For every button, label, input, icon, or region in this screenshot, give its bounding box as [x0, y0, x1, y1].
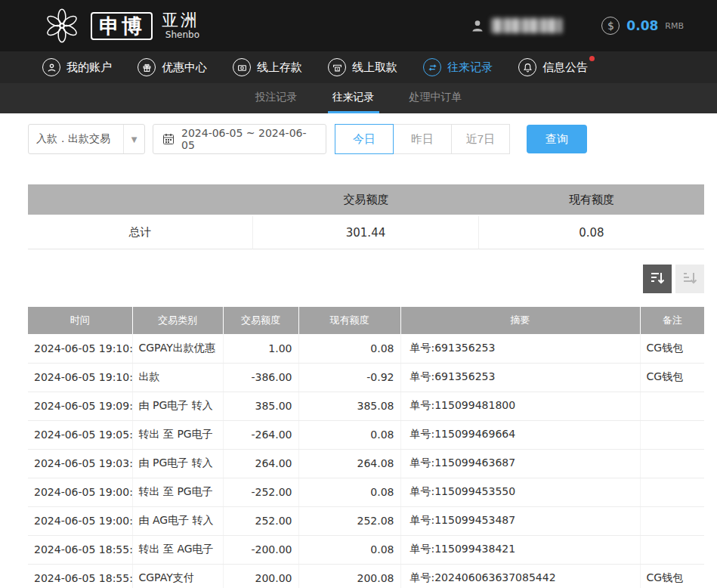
withdraw-icon	[328, 58, 346, 76]
tx-row: 2024-06-05 19:00:23转出 至 PG电子-252.000.08单…	[28, 478, 704, 506]
quick-range-last-7-days[interactable]: 近7日	[451, 124, 510, 154]
tx-row: 2024-06-05 19:00:22由 AG电子 转入252.00252.08…	[28, 506, 704, 535]
tx-cell: 出款	[132, 363, 223, 391]
tx-cell: CG钱包	[640, 363, 704, 391]
tx-header-row: 时间交易类别交易额度现有额度摘要备注	[28, 307, 704, 334]
chevron-down-icon: ▼	[123, 125, 144, 153]
tx-cell: 2024-06-05 18:55:08	[28, 564, 132, 588]
sort-descending-button[interactable]	[643, 265, 672, 293]
deposit-icon	[233, 58, 251, 76]
tx-cell: -386.00	[223, 363, 298, 391]
transaction-type-select[interactable]: 入款．出款交易 ▼	[28, 124, 145, 154]
top-bar: 申博 亚洲 Shenbo $ 0.08 RMB	[0, 0, 717, 51]
sort-descending-icon	[650, 271, 665, 288]
tx-cell: 单号:691356253	[400, 334, 640, 363]
nav-item-deposit[interactable]: 线上存款	[233, 58, 302, 76]
tx-cell: 0.08	[298, 334, 400, 363]
tx-cell: 单号:115099438421	[400, 535, 640, 564]
username-blurred	[491, 18, 562, 33]
brand-flower-icon	[42, 6, 82, 45]
tab-pending-orders[interactable]: 处理中订单	[405, 83, 467, 113]
tx-cell: -0.92	[298, 363, 400, 391]
nav-item-label: 我的账户	[66, 60, 112, 75]
tx-cell: 264.00	[223, 449, 298, 478]
nav-item-promotions[interactable]: 优惠中心	[138, 58, 207, 76]
tx-cell: 2024-06-05 19:10:14	[28, 363, 132, 391]
summary-total-amount: 301.44	[253, 216, 479, 249]
sort-ascending-icon	[682, 271, 697, 288]
summary-table: 交易额度 现有额度 总计 301.44 0.08	[28, 183, 704, 251]
nav-item-label: 往来记录	[447, 60, 493, 75]
tx-cell: 单号:115099481800	[400, 391, 640, 420]
tab-transfer-records[interactable]: 往来记录	[328, 83, 379, 113]
tx-cell: 由 PG电子 转入	[132, 391, 223, 420]
tab-bet-records[interactable]: 投注记录	[251, 83, 302, 113]
tx-cell: 0.08	[298, 535, 400, 564]
tx-cell: 2024-06-05 19:00:22	[28, 506, 132, 535]
tx-cell: 2024-06-05 19:00:23	[28, 478, 132, 506]
summary-header-row: 交易额度 现有额度	[28, 184, 704, 215]
tx-cell: 200.08	[298, 564, 400, 588]
tx-row: 2024-06-05 18:55:22转出 至 AG电子-200.000.08单…	[28, 535, 704, 564]
tx-cell: 200.00	[223, 564, 298, 588]
user-avatar-icon	[470, 18, 485, 33]
tx-row: 2024-06-05 18:55:08CGPAY支付200.00200.08单号…	[28, 564, 704, 588]
sort-ascending-button[interactable]	[675, 265, 704, 293]
quick-range-yesterday[interactable]: 昨日	[393, 124, 452, 154]
transactions-table: 时间交易类别交易额度现有额度摘要备注 2024-06-05 19:10:14CG…	[28, 307, 704, 588]
tx-cell	[640, 420, 704, 449]
date-range-input[interactable]: 2024-06-05 ~ 2024-06-05	[153, 124, 326, 154]
tx-cell: 252.08	[298, 506, 400, 535]
nav-item-withdrawal[interactable]: 线上取款	[328, 58, 397, 76]
tx-cell: CGPAY支付	[132, 564, 223, 588]
tx-cell: 转出 至 PG电子	[132, 420, 223, 449]
transaction-type-value: 入款．出款交易	[29, 132, 123, 146]
account-info[interactable]	[470, 18, 562, 33]
tx-row: 2024-06-05 19:10:14CGPAY出款优惠1.000.08单号:6…	[28, 334, 704, 363]
brand-name-region: 亚洲	[162, 11, 199, 29]
summary-header-amount: 交易额度	[253, 184, 479, 215]
tx-row: 2024-06-05 19:05:40转出 至 PG电子-264.000.08单…	[28, 420, 704, 449]
tx-cell: 2024-06-05 18:55:22	[28, 535, 132, 564]
main-nav: 我的账户优惠中心线上存款线上取款往来记录信息公告	[0, 51, 717, 83]
nav-item-label: 优惠中心	[162, 60, 207, 75]
tx-cell: 转出 至 PG电子	[132, 478, 223, 506]
tx-cell: 单号:115099453487	[400, 506, 640, 535]
subnav: 投注记录往来记录处理中订单	[0, 83, 717, 113]
tx-cell	[640, 478, 704, 506]
tx-cell: 2024-06-05 19:03:42	[28, 449, 132, 478]
tx-cell: 单号:202406063637085442	[400, 564, 640, 588]
quick-range-today[interactable]: 今日	[335, 124, 394, 154]
tx-cell: 2024-06-05 19:05:40	[28, 420, 132, 449]
balance-amount: 0.08	[626, 18, 658, 33]
tx-cell: 单号:115099453550	[400, 478, 640, 506]
user-icon	[42, 58, 60, 76]
bell-icon	[518, 58, 536, 76]
tx-cell	[640, 506, 704, 535]
nav-item-announcements[interactable]: 信息公告	[518, 58, 588, 76]
gift-icon	[138, 58, 156, 76]
tx-cell: 单号:691356253	[400, 363, 640, 391]
tx-body: 2024-06-05 19:10:14CGPAY出款优惠1.000.08单号:6…	[28, 334, 704, 588]
nav-item-records[interactable]: 往来记录	[423, 58, 493, 76]
tx-cell: CG钱包	[640, 334, 704, 363]
tx-column-header: 时间	[28, 307, 132, 334]
tx-cell: CGPAY出款优惠	[132, 334, 223, 363]
nav-item-my-account[interactable]: 我的账户	[42, 58, 112, 76]
money-icon: $	[601, 17, 620, 35]
nav-item-label: 线上取款	[352, 60, 397, 75]
search-button[interactable]: 查询	[527, 125, 587, 153]
tx-cell: 385.08	[298, 391, 400, 420]
tx-column-header: 备注	[640, 307, 704, 334]
tx-row: 2024-06-05 19:10:14出款-386.00-0.92单号:6913…	[28, 363, 704, 391]
tx-cell: CG钱包	[640, 564, 704, 588]
balance-display[interactable]: $ 0.08 RMB	[601, 17, 684, 35]
tx-cell: 0.08	[298, 420, 400, 449]
tx-cell: 0.08	[298, 478, 400, 506]
tx-column-header: 交易类别	[132, 307, 223, 334]
brand-name-main: 申博	[91, 12, 153, 40]
tx-cell: 转出 至 AG电子	[132, 535, 223, 564]
tx-column-header: 交易额度	[223, 307, 298, 334]
summary-header-balance: 现有额度	[479, 184, 704, 215]
summary-header-empty	[28, 184, 253, 215]
